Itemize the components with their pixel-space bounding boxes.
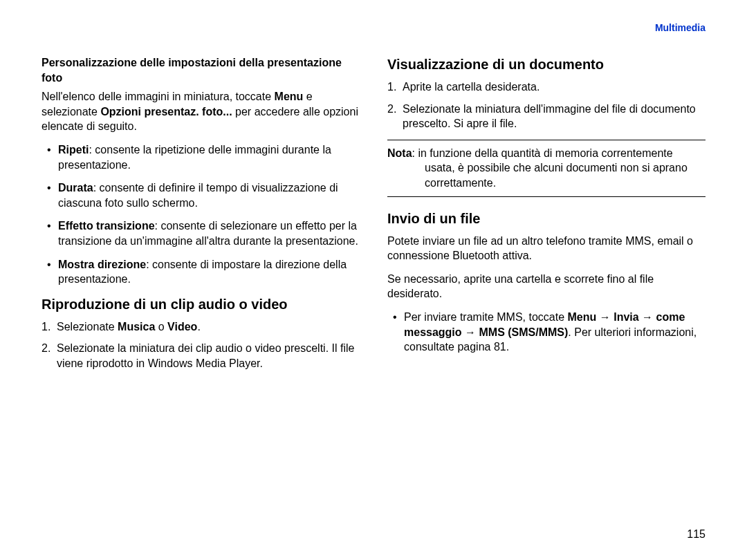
text-bold: Menu	[275, 91, 304, 102]
option-name: Effetto transizione	[58, 220, 155, 232]
options-list: Ripeti: consente la ripetizione delle im…	[42, 142, 360, 287]
subheading-customize: Personalizzazione delle impostazioni del…	[42, 55, 360, 85]
text-bold: Musica	[118, 321, 155, 333]
heading-send-file: Invio di un file	[387, 209, 706, 228]
step-number: 2.	[387, 102, 396, 117]
text-bold: Video	[167, 321, 197, 333]
option-name: Ripeti	[58, 144, 89, 156]
heading-playback: Riproduzione di un clip audio o video	[42, 295, 360, 314]
arrow-icon: →	[462, 326, 479, 338]
text-bold: Menu	[568, 311, 597, 323]
section-header: Multimedia	[655, 22, 706, 33]
intro-paragraph: Nell'elenco delle immagini in miniatura,…	[42, 89, 360, 134]
arrow-icon: →	[639, 311, 656, 323]
list-item: Durata: consente di definire il tempo di…	[42, 180, 360, 210]
heading-view-doc: Visualizzazione di un documento	[387, 55, 706, 74]
option-desc: : consente la ripetizione delle immagini…	[58, 144, 331, 171]
list-item: Mostra direzione: consente di impostare …	[42, 257, 360, 287]
text-bold: Opzioni presentaz. foto...	[100, 106, 232, 118]
list-item: 2.Selezionate la miniatura dei clip audi…	[42, 341, 360, 371]
playback-steps: 1.Selezionate Musica o Video. 2.Selezion…	[42, 319, 360, 371]
list-item: 1.Selezionate Musica o Video.	[42, 319, 360, 335]
text: o	[155, 321, 167, 333]
option-name: Durata	[58, 182, 93, 194]
send-file-intro: Potete inviare un file ad un altro telef…	[387, 234, 706, 263]
send-file-instruction: Se necessario, aprite una cartella e sco…	[387, 272, 706, 301]
note-body: Nota: in funzione della quantità di memo…	[387, 146, 706, 191]
arrow-icon: →	[596, 311, 614, 323]
step-number: 1.	[42, 319, 50, 335]
right-column: Visualizzazione di un documento 1.Aprite…	[387, 55, 706, 380]
view-doc-steps: 1.Aprite la cartella desiderata. 2.Selez…	[387, 80, 706, 131]
list-item: Effetto transizione: consente di selezio…	[42, 218, 360, 248]
list-item: Ripeti: consente la ripetizione delle im…	[42, 142, 360, 172]
left-column: Personalizzazione delle impostazioni del…	[42, 55, 360, 380]
text: Selezionate	[57, 321, 118, 333]
text: Aprite la cartella desiderata.	[403, 81, 540, 93]
text-bold: Invia	[614, 311, 638, 323]
send-options-list: Per inviare tramite MMS, toccate Menu → …	[387, 310, 706, 355]
note-label: Nota	[387, 147, 412, 159]
text: .	[197, 321, 200, 333]
note-text: : in funzione della quantità di memoria …	[412, 147, 688, 189]
page-number: 115	[687, 528, 706, 541]
list-item: Per inviare tramite MMS, toccate Menu → …	[387, 310, 706, 355]
list-item: 1.Aprite la cartella desiderata.	[387, 80, 706, 95]
two-column-layout: Personalizzazione delle impostazioni del…	[42, 55, 706, 380]
list-item: 2.Selezionate la miniatura dell'immagine…	[387, 102, 706, 131]
text: Selezionate la miniatura dei clip audio …	[57, 342, 354, 369]
step-number: 2.	[42, 341, 50, 356]
option-desc: : consente di definire il tempo di visua…	[58, 182, 338, 209]
note-block: Nota: in funzione della quantità di memo…	[387, 140, 706, 197]
text: Selezionate la miniatura dell'immagine d…	[403, 103, 696, 130]
option-name: Mostra direzione	[58, 259, 146, 270]
text: Per inviare tramite MMS, toccate	[404, 311, 568, 323]
text-bold: MMS (SMS/MMS)	[479, 326, 568, 338]
step-number: 1.	[387, 80, 396, 95]
text: Nell'elenco delle immagini in miniatura,…	[42, 91, 275, 102]
